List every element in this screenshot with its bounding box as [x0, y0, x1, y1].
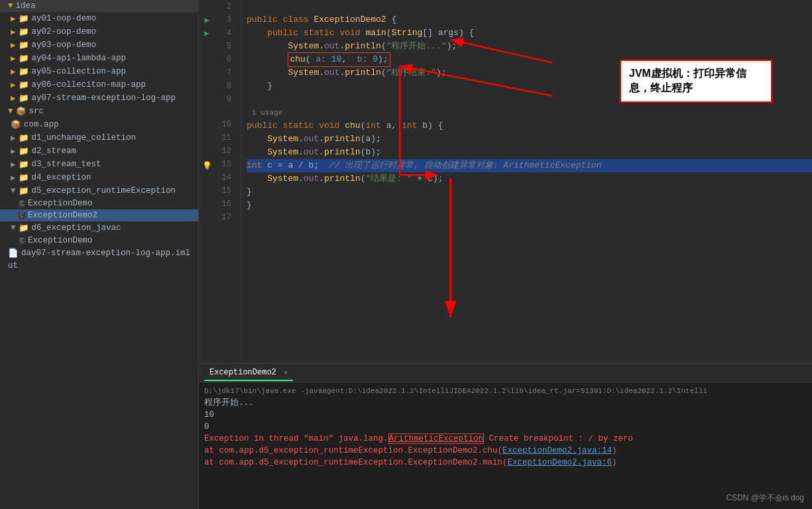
java-icon: C	[19, 212, 25, 219]
folder-icon: ▶	[11, 13, 16, 24]
arithmetic-exception-link[interactable]: ArithmeticException	[388, 433, 485, 444]
gutter-line-10	[199, 119, 215, 133]
sidebar-item-d5[interactable]: ▼ 📁 d5_exception_runtimeException	[0, 184, 198, 198]
chevron-down-icon: ▼	[11, 223, 16, 233]
console-error-line2: at com.app.d5_exception_runtimeException…	[204, 445, 807, 457]
sidebar-item-ay03[interactable]: ▶ 📁 ay03-oop-demo	[0, 38, 198, 52]
sidebar-item-ut[interactable]: ut	[0, 260, 198, 272]
line-num-4: 4	[215, 27, 235, 40]
sidebar-item-d4[interactable]: ▶ 📁 d4_exception	[0, 171, 198, 184]
sidebar-item-d6-exception[interactable]: C ExceptionDemo	[0, 235, 198, 247]
chevron-right-icon: ▶	[11, 146, 16, 156]
sidebar-label: ay06-colleciton-map-app	[32, 80, 146, 89]
code-line-11: System.out.println(a);	[247, 133, 812, 146]
java-icon: C	[19, 200, 25, 207]
gutter-line-5	[199, 40, 215, 53]
sidebar-item-iml[interactable]: 📄 day07-stream-exception-log-app.iml	[0, 247, 198, 260]
folder-icon: 📁	[19, 172, 29, 183]
file-icon: 📄	[8, 248, 19, 258]
code-line-12: System.out.println(b);	[247, 146, 812, 159]
sidebar-item-ay04[interactable]: ▶ 📁 ay04-api-lambda-app	[0, 52, 198, 65]
jvm-annotation-box: JVM虚拟机：打印异常信息，终止程序	[620, 60, 772, 103]
sidebar-item-ay06[interactable]: ▶ 📁 ay06-colleciton-map-app	[0, 78, 198, 91]
run-icon-line3[interactable]: ▶	[204, 15, 209, 25]
gutter-line-14	[199, 172, 215, 186]
gutter-line-17	[199, 212, 215, 225]
gutter-line-12	[199, 146, 215, 159]
folder-icon: ▶	[11, 53, 16, 64]
close-icon[interactable]: ✕	[284, 369, 288, 376]
console-panel: ExceptionDemo2 ✕ D:\jdk17\bin\java.exe -…	[199, 363, 812, 509]
folder-icon2: 📁	[19, 40, 29, 50]
sidebar-item-d3[interactable]: ▶ 📁 d3_stream_test	[0, 158, 198, 171]
sidebar-label: ExceptionDemo	[28, 236, 93, 245]
line-num-usage	[215, 106, 235, 118]
console-error-prefix: Exception in thread "main" java.lang.	[204, 434, 388, 443]
sidebar-label: com.app	[24, 120, 59, 129]
line-num-14: 14	[215, 171, 235, 184]
gutter-line-15	[199, 186, 215, 199]
folder-icon: 📁	[19, 186, 29, 196]
chu-call-box: chu( a: 10, b: 0);	[288, 52, 390, 67]
chevron-down-icon: ▼	[11, 186, 16, 196]
sidebar-item-ay01[interactable]: ▶ 📁 ay01-oop-demo	[0, 12, 198, 25]
exception-demo2-link-1[interactable]: ExceptionDemo2.java:14	[502, 446, 612, 455]
watermark: CSDN @学不会is dog	[726, 492, 804, 504]
sidebar-label: ExceptionDemo	[28, 199, 93, 208]
gutter-line-3[interactable]: ▶	[199, 13, 215, 27]
line-num-10: 10	[215, 118, 235, 131]
main-editor-panel: ▶ ▶ 💡 2 3 4	[199, 0, 812, 509]
sidebar-item-ay02[interactable]: ▶ 📁 ay02-oop-demo	[0, 25, 198, 38]
gutter-line-7	[199, 66, 215, 80]
line-num-7: 7	[215, 66, 235, 80]
sidebar: ▼ idea ▶ 📁 ay01-oop-demo ▶ 📁 ay02-oop-de…	[0, 0, 199, 509]
gutter-line-11	[199, 133, 215, 146]
sidebar-label: ay01-oop-demo	[32, 14, 97, 23]
chevron-right-icon: ▶	[11, 172, 16, 183]
code-line-4: public static void main(String[] args) {	[247, 27, 812, 40]
console-output-10: 10	[204, 409, 807, 421]
code-editor: ▶ ▶ 💡 2 3 4	[199, 0, 812, 363]
sidebar-item-exception-demo[interactable]: C ExceptionDemo	[0, 198, 198, 209]
console-tab-bar: ExceptionDemo2 ✕	[199, 364, 812, 382]
sidebar-label: d2_stream	[32, 146, 77, 156]
line-num-3: 3	[215, 13, 235, 27]
sidebar-item-ay07[interactable]: ▶ 📁 ay07-stream-exception-log-app	[0, 91, 198, 105]
sidebar-label: ay03-oop-demo	[32, 40, 97, 50]
exception-demo2-link-2[interactable]: ExceptionDemo2.java:6	[508, 458, 612, 467]
console-output-start: 程序开始...	[204, 397, 807, 409]
line-num-15: 15	[215, 184, 235, 198]
folder-icon: ▶	[11, 66, 16, 77]
sidebar-label: ay02-oop-demo	[32, 27, 97, 36]
sidebar-label: ay05-collection-app	[32, 67, 127, 76]
line-num-12: 12	[215, 144, 235, 158]
sidebar-item-com[interactable]: 📦 com.app	[0, 118, 198, 131]
code-line-16: }	[247, 199, 812, 212]
code-content: public class ExceptionDemo2 { public sta…	[241, 0, 812, 363]
console-error-line1: Exception in thread "main" java.lang.Ari…	[204, 433, 807, 445]
sidebar-label: d4_exception	[32, 173, 91, 182]
gutter-usage	[199, 106, 215, 119]
folder-icon: ▼	[8, 1, 13, 11]
java-icon: C	[19, 237, 25, 245]
console-body: D:\jdk17\bin\java.exe -javaagent:D:\idea…	[199, 382, 812, 509]
gutter-line-13[interactable]: 💡	[199, 159, 215, 172]
folder-icon: 📁	[19, 146, 29, 156]
sidebar-item-ay05[interactable]: ▶ 📁 ay05-collection-app	[0, 65, 198, 78]
sidebar-label: d3_stream_test	[32, 160, 101, 169]
gutter-line-4[interactable]: ▶	[199, 27, 215, 40]
code-line-17	[247, 212, 812, 225]
folder-icon: 📁	[19, 159, 29, 170]
sidebar-item-d1[interactable]: ▶ 📁 d1_unchange_colletion	[0, 131, 198, 144]
console-tab-exception-demo2[interactable]: ExceptionDemo2 ✕	[204, 365, 293, 381]
run-icon-line4[interactable]: ▶	[204, 28, 209, 38]
sidebar-item-idea[interactable]: ▼ idea	[0, 0, 198, 12]
sidebar-item-src[interactable]: ▼ 📦 src	[0, 105, 198, 118]
folder-icon2: 📁	[19, 66, 29, 77]
folder-icon2: 📁	[19, 53, 29, 64]
code-line-14: System.out.println("结果是: " + c);	[247, 172, 812, 186]
sidebar-item-d2[interactable]: ▶ 📁 d2_stream	[0, 144, 198, 158]
bulb-icon-line13[interactable]: 💡	[202, 161, 212, 171]
sidebar-item-d6[interactable]: ▼ 📁 d6_exception_javac	[0, 221, 198, 235]
sidebar-item-exception-demo2[interactable]: C ExceptionDemo2	[0, 209, 198, 221]
